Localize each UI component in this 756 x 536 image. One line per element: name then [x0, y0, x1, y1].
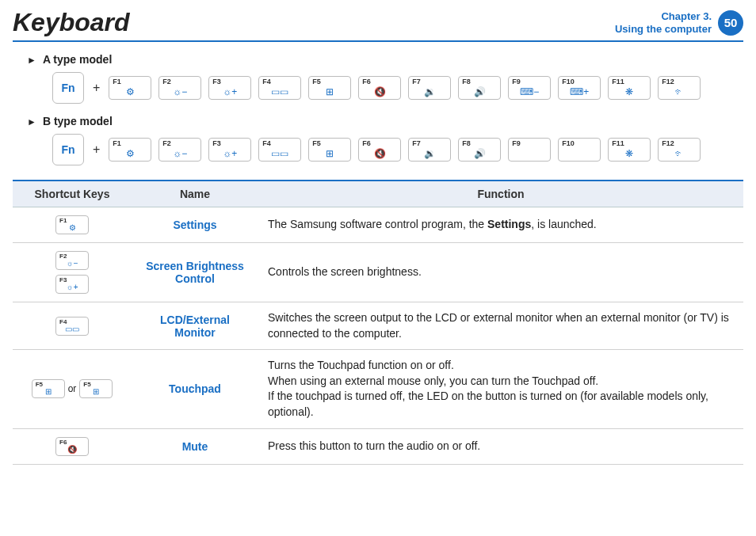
key-icon: ▭▭ [65, 325, 79, 333]
key-icon: ▭▭ [271, 86, 288, 97]
key-label: F6 [59, 439, 67, 446]
fn-key: Fn [52, 134, 84, 165]
key-icon: ⊞ [326, 148, 334, 159]
page-number-badge: 50 [718, 10, 743, 36]
chapter-line1: Chapter 3. [661, 10, 712, 22]
key-icon: ⌨+ [570, 86, 589, 97]
function-text: , is launched. [531, 218, 597, 230]
function-key-f6: F6🔇 [358, 138, 401, 162]
key-icon: 🔇 [374, 148, 386, 159]
name-cell: Mute [132, 428, 258, 464]
page-title: Keyboard [13, 8, 130, 37]
key-icon: ☼+ [66, 283, 78, 291]
key-icon: 🔉 [424, 86, 436, 97]
key-icon: ☼− [66, 259, 78, 268]
function-key-f3: F3☼+ [208, 138, 251, 162]
key-icon: 🔇 [374, 86, 386, 97]
function-key-f3: F3☼+ [208, 76, 251, 100]
key-label: F5 [36, 381, 43, 388]
plus-sign: + [93, 143, 100, 157]
col-function: Function [258, 181, 743, 207]
key-label: F8 [462, 139, 471, 147]
key-label: F6 [362, 78, 371, 86]
function-key-f11: F11❋ [608, 76, 651, 100]
key-label: F11 [612, 78, 624, 86]
key-icon: ☼+ [223, 86, 237, 97]
chapter-line2: Using the computer [615, 23, 712, 35]
function-key-f7: F7🔉 [408, 76, 451, 100]
shortcut-cell: F6🔇 [13, 428, 132, 464]
b-type-model-section: B type model Fn+F1⚙F2☼−F3☼+F4▭▭F5⊞F6🔇F7🔉… [13, 115, 743, 165]
chapter-info: Chapter 3. Using the computer [615, 10, 712, 35]
key-label: F4 [262, 139, 271, 147]
function-cell: Press this button to turn the audio on o… [258, 428, 743, 464]
name-cell: LCD/External Monitor [132, 302, 258, 350]
key-icon: ᯤ [674, 86, 684, 97]
a-type-model-section: A type model Fn+F1⚙F2☼−F3☼+F4▭▭F5⊞F6🔇F7🔉… [13, 53, 743, 104]
table-row: F4▭▭LCD/External MonitorSwitches the scr… [13, 302, 743, 350]
or-text: or [68, 383, 77, 394]
function-key-f10: F10⌨+ [558, 76, 601, 100]
function-key-f6: F6🔇 [55, 437, 89, 456]
key-label: F10 [562, 139, 575, 147]
key-icon: ☼+ [223, 148, 237, 159]
function-key-f9: F9⌨− [508, 76, 551, 100]
function-cell: The Samsung software control program, th… [258, 207, 743, 243]
function-key-f1: F1⚙ [55, 215, 89, 234]
key-label: F1 [113, 78, 121, 86]
key-icon: ❋ [625, 86, 633, 97]
function-key-f9: F9 [508, 138, 551, 162]
key-label: F4 [262, 78, 271, 86]
function-key-f7: F7🔉 [408, 138, 451, 162]
key-icon: ⌨− [520, 86, 539, 97]
function-key-f1: F1⚙ [109, 76, 151, 100]
key-label: F10 [562, 78, 575, 86]
function-key-f5: F5⊞ [308, 76, 351, 100]
key-label: F6 [362, 139, 371, 147]
function-key-f10: F10 [558, 138, 601, 162]
col-name: Name [132, 181, 258, 207]
key-label: F1 [59, 217, 67, 224]
shortcut-cell: F1⚙ [13, 207, 132, 243]
function-key-f4: F4▭▭ [55, 317, 89, 336]
function-text: The Samsung software control program, th… [268, 218, 487, 230]
key-label: F2 [59, 253, 67, 260]
function-key-f12: F12ᯤ [658, 76, 701, 100]
key-label: F7 [412, 139, 421, 147]
key-icon: 🔇 [67, 445, 77, 454]
shortcut-cell: F5⊞orF5⊞ [13, 350, 132, 428]
name-cell: Settings [132, 207, 258, 243]
key-label: F4 [59, 318, 67, 325]
key-label: F9 [512, 78, 521, 86]
function-key-f3: F3☼+ [55, 275, 89, 294]
key-label: F3 [212, 139, 221, 147]
key-icon: ⊞ [45, 387, 52, 396]
function-line: If the touchpad is turned off, the LED o… [268, 389, 734, 420]
key-label: F11 [612, 139, 624, 147]
name-cell: Screen Brightness Control [132, 243, 258, 302]
key-icon: ☼− [173, 148, 187, 159]
table-row: F2☼−F3☼+Screen Brightness ControlControl… [13, 243, 743, 302]
key-icon: ❋ [625, 148, 633, 159]
key-label: F12 [662, 139, 674, 147]
function-key-f5: F5⊞ [32, 379, 65, 398]
key-icon: ⚙ [69, 223, 76, 232]
function-key-f6: F6🔇 [358, 76, 401, 100]
b-type-label: B type model [27, 115, 743, 127]
function-key-f11: F11❋ [608, 138, 651, 162]
plus-sign: + [93, 81, 100, 95]
key-label: F2 [162, 139, 171, 147]
function-key-f5: F5⊞ [79, 379, 113, 398]
function-key-f5: F5⊞ [308, 138, 351, 162]
table-row: F5⊞orF5⊞TouchpadTurns the Touchpad funct… [13, 350, 743, 428]
function-key-f4: F4▭▭ [258, 76, 301, 100]
shortcut-cell: F2☼−F3☼+ [13, 243, 132, 302]
function-cell: Switches the screen output to the LCD or… [258, 302, 743, 350]
function-key-f4: F4▭▭ [258, 138, 301, 162]
key-icon: 🔊 [474, 86, 486, 97]
function-key-f2: F2☼− [55, 251, 89, 270]
key-icon: ⊞ [326, 86, 334, 97]
key-label: F7 [412, 78, 421, 86]
key-label: F8 [462, 78, 471, 86]
key-label: F5 [83, 381, 90, 388]
